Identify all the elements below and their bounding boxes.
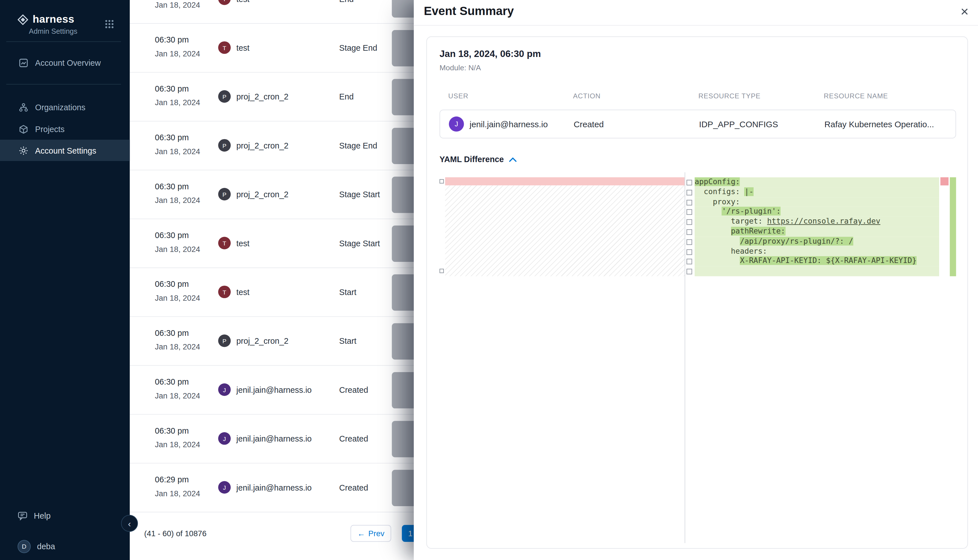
row-timestamp: 06:30 pmJan 18, 2024 [155, 133, 200, 156]
record-user-avatar: J [449, 117, 464, 132]
logo-text: harness [33, 13, 74, 25]
diff-gutter-marker [685, 187, 695, 197]
diff-gutter-marker [685, 247, 695, 257]
diff-code: appConfig: configs: |- proxy: '/rs-plugi… [695, 177, 939, 543]
diff-right-gutter [685, 177, 695, 543]
row-action: Start [339, 288, 356, 297]
diff-old-pane [440, 172, 684, 543]
record-table-header: USER ACTION RESOURCE TYPE RESOURCE NAME [440, 92, 956, 100]
yaml-difference-label: YAML Difference [440, 155, 504, 164]
row-user: Ttest [218, 286, 249, 298]
divider [6, 84, 121, 85]
row-user-name: proj_2_cron_2 [236, 190, 288, 199]
row-user-name: proj_2_cron_2 [236, 92, 288, 101]
row-user: Ttest [218, 42, 249, 54]
prev-page-button[interactable]: ← Prev [351, 525, 391, 542]
row-user: Pproj_2_cron_2 [218, 90, 288, 103]
help-chat-icon [18, 511, 27, 520]
app-grid-icon[interactable] [105, 20, 114, 32]
user-avatar: T [218, 42, 231, 54]
yaml-line: /api/proxy/rs-plugin/?: / [695, 237, 939, 247]
diff-gutter-marker [440, 269, 444, 273]
app: harness Admin Settings Account Overview … [0, 0, 978, 560]
row-timestamp: 06:30 pmJan 18, 2024 [155, 230, 200, 253]
row-action: Stage End [339, 141, 377, 150]
sidebar-item-organizations[interactable]: Organizations [0, 97, 130, 118]
user-name: deba [37, 542, 55, 551]
user-avatar: P [218, 334, 231, 347]
divider [6, 42, 121, 42]
diff-gutter-marker [685, 177, 695, 187]
pagination-range: (41 - 60) of 10876 [144, 529, 206, 538]
row-user-name: test [236, 287, 249, 297]
yaml-diff-viewer: appConfig: configs: |- proxy: '/rs-plugi… [440, 172, 956, 543]
organizations-icon [19, 102, 28, 112]
sidebar-item-account-overview[interactable]: Account Overview [0, 52, 130, 73]
close-icon[interactable]: × [960, 3, 968, 21]
yaml-line: headers: [695, 247, 939, 257]
sidebar: harness Admin Settings Account Overview … [0, 0, 130, 560]
user-avatar: T [218, 0, 231, 5]
drawer-header: Event Summary × [414, 0, 978, 26]
row-user-name: proj_2_cron_2 [236, 140, 288, 150]
row-action: Stage End [339, 43, 377, 53]
row-user: Ttest [218, 237, 249, 249]
diff-new-pane: appConfig: configs: |- proxy: '/rs-plugi… [685, 172, 956, 543]
row-user-name: jenil.jain@harness.io [236, 434, 312, 443]
header-resource-name: RESOURCE NAME [824, 92, 956, 100]
record-user-cell: J jenil.jain@harness.io [440, 117, 574, 132]
yaml-link[interactable]: https://console.rafay.dev [767, 217, 880, 226]
event-datetime: Jan 18, 2024, 06:30 pm [440, 48, 541, 59]
row-action: End [339, 92, 354, 102]
sidebar-item-account-settings[interactable]: Account Settings [0, 140, 130, 161]
yaml-difference-toggle[interactable]: YAML Difference [440, 155, 516, 164]
header-user: USER [440, 92, 573, 100]
row-action: End [339, 0, 354, 4]
empty-diff-area [445, 185, 684, 276]
row-action: Created [339, 483, 368, 492]
diff-del-markers [940, 177, 948, 543]
sidebar-item-help[interactable]: Help [0, 506, 130, 525]
user-avatar: T [218, 286, 231, 298]
sidebar-collapse-handle[interactable]: ‹ [121, 515, 138, 532]
row-timestamp: 06:30 pmJan 18, 2024 [155, 426, 200, 449]
user-avatar: J [218, 432, 231, 445]
sidebar-item-projects[interactable]: Projects [0, 118, 130, 140]
row-user-name: test [236, 0, 249, 3]
row-user: Jjenil.jain@harness.io [218, 481, 312, 494]
row-user-name: proj_2_cron_2 [236, 336, 288, 345]
user-avatar: J [218, 481, 231, 494]
removed-line-bar [445, 177, 684, 186]
record-resource-type: IDP_APP_CONFIGS [699, 119, 824, 129]
row-action: Created [339, 434, 368, 443]
row-user-name: test [236, 238, 249, 248]
sidebar-subtitle: Admin Settings [29, 27, 77, 35]
yaml-line: configs: |- [695, 187, 939, 197]
row-timestamp: 06:29 pmJan 18, 2024 [155, 475, 200, 498]
chevron-up-icon [509, 157, 517, 162]
row-action: Stage Start [339, 190, 380, 199]
diff-gutter-marker [685, 267, 695, 276]
diff-gutter-marker [685, 257, 695, 267]
yaml-line: appConfig: [695, 177, 939, 187]
row-timestamp: 06:30 pmJan 18, 2024 [155, 280, 200, 303]
logo: harness [18, 13, 74, 25]
diff-gutter-marker [685, 197, 695, 207]
row-action: Start [339, 337, 356, 346]
row-user: Jjenil.jain@harness.io [218, 383, 312, 396]
event-card: Jan 18, 2024, 06:30 pm Module: N/A USER … [426, 36, 968, 549]
event-module: Module: N/A [440, 63, 481, 72]
yaml-line: target: https://console.rafay.dev [695, 217, 939, 227]
arrow-left-icon: ← [358, 529, 365, 538]
user-avatar: P [218, 188, 231, 200]
record-action: Created [573, 119, 699, 129]
yaml-line: '/rs-plugin': [695, 207, 939, 217]
overview-icon [19, 58, 28, 67]
sidebar-user[interactable]: D deba [0, 537, 130, 555]
row-user: Jjenil.jain@harness.io [218, 432, 312, 445]
header-action: ACTION [573, 92, 698, 100]
yaml-line: pathRewrite: [695, 227, 939, 237]
harness-logo-icon [18, 14, 28, 25]
record-user-email: jenil.jain@harness.io [470, 119, 548, 129]
diff-gutter-marker [685, 227, 695, 237]
